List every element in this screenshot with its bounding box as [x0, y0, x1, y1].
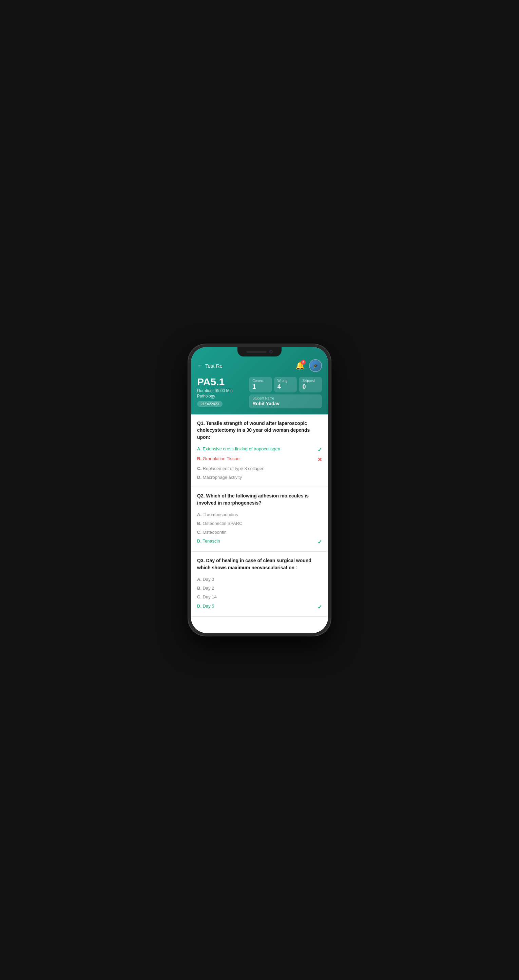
option-row-q1-D: D. Macrophage activity [197, 473, 322, 482]
option-text-q1-1: B. Granulation Tissue [197, 456, 315, 462]
option-row-q1-B: B. Granulation Tissue✕ [197, 454, 322, 464]
test-info: PA5.1 Duration: 05.00 Min Pathology 21/0… [197, 377, 246, 407]
wrong-value: 4 [278, 383, 294, 390]
option-row-q2-B: B. Osteonectin SPARC [197, 519, 322, 528]
option-text-q2-3: D. Tenascin [197, 538, 315, 544]
student-box: Student Name Rohit Yadav [249, 395, 322, 408]
option-text-q2-2: C. Osteopontin [197, 529, 322, 535]
option-row-q1-A: A. Extensive cross-linking of tropocolla… [197, 445, 322, 454]
notification-badge: 0 [301, 360, 306, 364]
skipped-label: Skipped [302, 379, 319, 383]
check-icon: ✓ [318, 604, 322, 610]
test-date: 21/04/2023 [197, 401, 222, 407]
wrong-label: Wrong [278, 379, 294, 383]
check-icon: ✓ [318, 447, 322, 453]
question-block-2: Q2. Which of the following adhesion mole… [191, 487, 328, 552]
avatar[interactable]: 🎓 [309, 359, 322, 372]
option-row-q3-D: D. Day 5✓ [197, 602, 322, 612]
stat-skipped: Skipped 0 [299, 377, 322, 392]
screen: ← Test Re 🔔 0 🎓 PA5.1 Duration: 05.00 [191, 347, 328, 633]
option-row-q2-A: A. Thrombospondins [197, 510, 322, 519]
check-icon: ✓ [318, 539, 322, 545]
notch-pill [246, 351, 267, 353]
stats-row-top: Correct 1 Wrong 4 Skipped 0 [249, 377, 322, 392]
option-text-q2-1: B. Osteonectin SPARC [197, 520, 322, 527]
notification-button[interactable]: 🔔 0 [294, 360, 306, 371]
option-text-q2-0: A. Thrombospondins [197, 512, 322, 518]
stat-wrong: Wrong 4 [274, 377, 297, 392]
skipped-value: 0 [302, 383, 319, 390]
option-row-q3-A: A. Day 3 [197, 575, 322, 584]
option-text-q3-3: D. Day 5 [197, 603, 315, 609]
test-subject: Pathology [197, 394, 246, 399]
question-text-3: Q3. Day of healing in case of clean surg… [197, 557, 322, 571]
correct-label: Correct [252, 379, 269, 383]
option-row-q1-C: C. Replacement of type 3 collagen [197, 464, 322, 473]
avatar-inner: 🎓 [310, 360, 321, 371]
stats-grid: Correct 1 Wrong 4 Skipped 0 Stu [249, 377, 322, 408]
back-label: Test Re [205, 363, 222, 369]
option-text-q1-0: A. Extensive cross-linking of tropocolla… [197, 446, 315, 452]
header-icons: 🔔 0 🎓 [294, 359, 322, 372]
phone-shell: ← Test Re 🔔 0 🎓 PA5.1 Duration: 05.00 [188, 344, 331, 636]
test-title: PA5.1 [197, 377, 246, 387]
option-text-q1-2: C. Replacement of type 3 collagen [197, 466, 322, 472]
header-body: PA5.1 Duration: 05.00 Min Pathology 21/0… [197, 377, 322, 408]
notch-camera [269, 350, 273, 353]
notch [238, 347, 281, 356]
option-text-q3-2: C. Day 14 [197, 594, 322, 600]
option-row-q3-B: B. Day 2 [197, 584, 322, 593]
question-block-3: Q3. Day of healing in case of clean surg… [191, 552, 328, 616]
option-text-q3-0: A. Day 3 [197, 576, 322, 582]
header-top: ← Test Re 🔔 0 🎓 [197, 359, 322, 372]
option-row-q2-C: C. Osteopontin [197, 528, 322, 537]
test-duration: Duration: 05.00 Min [197, 388, 246, 393]
back-arrow-icon: ← [197, 362, 203, 369]
option-row-q3-C: C. Day 14 [197, 593, 322, 601]
cross-icon: ✕ [318, 457, 322, 463]
back-button[interactable]: ← Test Re [197, 362, 222, 369]
stat-correct: Correct 1 [249, 377, 272, 392]
questions-scroll[interactable]: Q1. Tensile strength of wound after lapa… [191, 414, 328, 633]
option-row-q2-D: D. Tenascin✓ [197, 537, 322, 547]
option-text-q1-3: D. Macrophage activity [197, 474, 322, 480]
question-block-1: Q1. Tensile strength of wound after lapa… [191, 414, 328, 487]
student-label: Student Name [252, 396, 319, 400]
header: ← Test Re 🔔 0 🎓 PA5.1 Duration: 05.00 [191, 347, 328, 414]
option-text-q3-1: B. Day 2 [197, 585, 322, 591]
student-name: Rohit Yadav [252, 401, 319, 406]
question-text-2: Q2. Which of the following adhesion mole… [197, 492, 322, 506]
question-text-1: Q1. Tensile strength of wound after lapa… [197, 420, 322, 441]
correct-value: 1 [252, 383, 269, 390]
